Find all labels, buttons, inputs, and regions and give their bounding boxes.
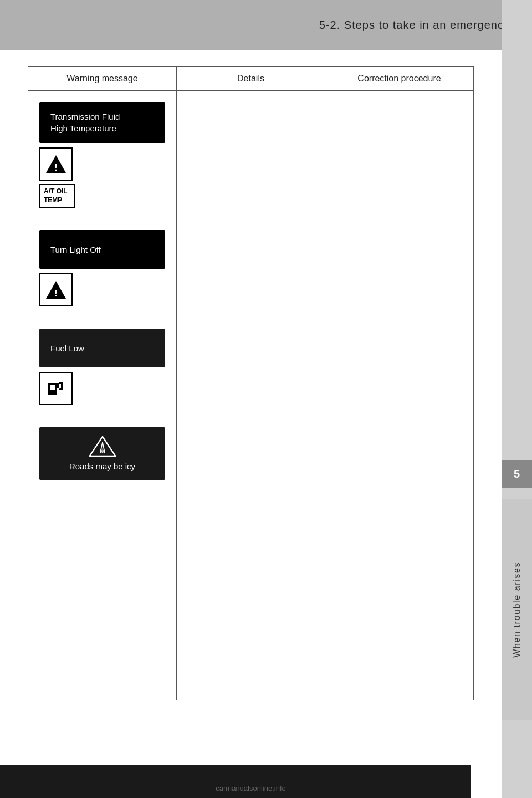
- at-oil-temp-text: A/T OIL TEMP: [44, 187, 67, 204]
- table-header: Warning message Details Correction proce…: [28, 66, 474, 91]
- header-bar: 5-2. Steps to take in an emergency: [0, 0, 532, 50]
- bottom-bar: [0, 765, 471, 798]
- col-header-correction: Correction procedure: [325, 67, 473, 90]
- warning-triangle-icon-2: !: [45, 279, 67, 301]
- svg-rect-5: [50, 385, 55, 390]
- list-item: Transmission FluidHigh Temperature ! A/T…: [39, 102, 165, 208]
- fuel-low-text: Fuel Low: [50, 342, 84, 354]
- svg-rect-8: [61, 382, 63, 390]
- list-item: Turn Light Off !: [39, 230, 165, 306]
- roads-icy-text: Roads may be icy: [69, 461, 135, 472]
- svg-text:❄: ❄: [100, 447, 105, 454]
- right-sidebar: 5 When trouble arises: [502, 0, 532, 798]
- warning-message-column: Transmission FluidHigh Temperature ! A/T…: [28, 91, 177, 700]
- at-oil-temp-box: A/T OIL TEMP: [39, 184, 75, 208]
- turn-light-off-text: Turn Light Off: [50, 244, 101, 255]
- details-column: [177, 91, 325, 700]
- warning-triangle-icon-box-1: !: [39, 147, 73, 181]
- svg-text:!: !: [54, 163, 57, 172]
- transmission-warning-text: Transmission FluidHigh Temperature: [50, 111, 120, 134]
- svg-rect-9: [59, 388, 63, 390]
- svg-text:!: !: [54, 289, 57, 298]
- svg-rect-6: [57, 383, 59, 388]
- correction-column: [325, 91, 473, 700]
- chapter-label: When trouble arises: [502, 499, 532, 720]
- fuel-pump-icon: [46, 378, 66, 398]
- chapter-number: 5: [502, 460, 532, 488]
- roads-icy-box: ❄ Roads may be icy: [39, 427, 165, 480]
- header-title: 5-2. Steps to take in an emergency: [319, 19, 510, 32]
- list-item: ❄ Roads may be icy: [39, 427, 165, 480]
- table-body: Transmission FluidHigh Temperature ! A/T…: [28, 91, 474, 700]
- col-header-warning: Warning message: [28, 67, 177, 90]
- main-content: Warning message Details Correction proce…: [0, 50, 502, 798]
- fuel-low-box: Fuel Low: [39, 329, 165, 367]
- fuel-pump-icon-box: [39, 372, 73, 405]
- warning-triangle-icon-1: !: [45, 153, 67, 175]
- icy-road-icon: ❄: [89, 435, 116, 457]
- transmission-warning-box: Transmission FluidHigh Temperature: [39, 102, 165, 143]
- col-header-details: Details: [177, 67, 325, 90]
- turn-light-off-box: Turn Light Off: [39, 230, 165, 269]
- warning-triangle-icon-box-2: !: [39, 273, 73, 306]
- list-item: Fuel Low: [39, 329, 165, 405]
- watermark: carmanualsonline.info: [216, 784, 285, 792]
